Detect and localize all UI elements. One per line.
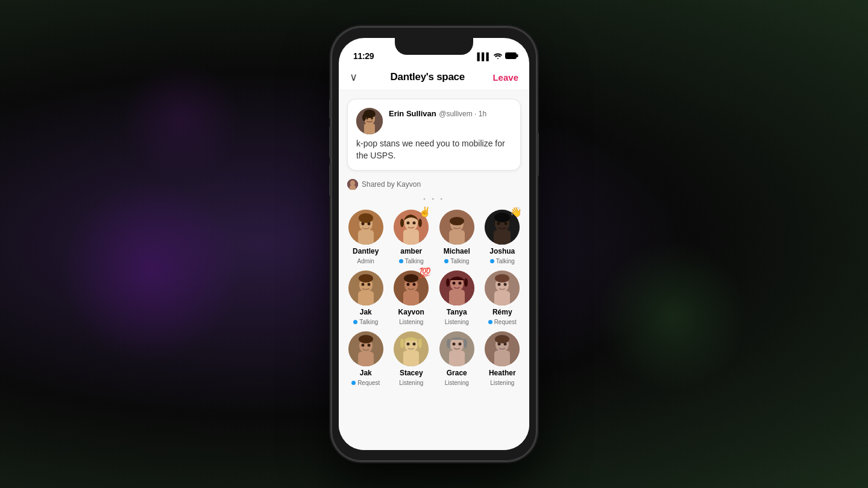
participant-status-label: Request	[494, 319, 517, 325]
tweet-card[interactable]: Erin Sullivan @sullivem · 1h k-pop stans…	[347, 99, 521, 170]
svg-point-19	[359, 213, 373, 223]
svg-point-50	[404, 274, 418, 283]
participant-name: Kayvon	[398, 308, 424, 316]
participant-avatar	[485, 331, 520, 366]
svg-point-62	[504, 283, 507, 286]
participant-item[interactable]: JakTalking	[345, 271, 387, 325]
svg-point-57	[464, 278, 468, 287]
participant-avatar-wrap	[348, 210, 383, 245]
svg-point-73	[407, 343, 410, 346]
shared-by-label: Shared by Kayvon	[362, 180, 421, 189]
participant-avatar	[439, 271, 474, 305]
participant-name: Stacey	[400, 369, 423, 377]
tweet-author-handle: @sullivem · 1h	[439, 110, 486, 118]
svg-point-67	[361, 344, 364, 347]
participant-item[interactable]: 👋JoshuaTalking	[482, 210, 524, 264]
svg-point-69	[359, 335, 373, 343]
participant-item[interactable]: 💯KayvonListening	[391, 271, 433, 325]
participant-item[interactable]: RémyRequest	[482, 271, 524, 325]
participant-avatar-wrap: ✌️	[394, 210, 429, 245]
participant-status-label: Listening	[445, 380, 469, 386]
status-dot	[351, 381, 356, 385]
participant-status-label: Talking	[359, 319, 378, 325]
participant-name: amber	[400, 247, 422, 255]
svg-point-48	[407, 283, 410, 286]
svg-rect-72	[403, 351, 419, 366]
svg-point-74	[413, 343, 416, 346]
participant-item[interactable]: TanyaListening	[436, 271, 478, 325]
participant-status: Listening	[445, 380, 469, 386]
participant-item[interactable]: HeatherListening	[482, 331, 524, 386]
svg-rect-86	[494, 351, 510, 366]
svg-point-75	[400, 339, 404, 348]
participant-status: Admin	[357, 258, 374, 264]
svg-rect-22	[403, 230, 419, 245]
participant-status-label: Listening	[399, 319, 423, 325]
participant-avatar-wrap	[394, 331, 429, 366]
svg-point-49	[413, 283, 416, 286]
svg-point-43	[367, 283, 370, 286]
svg-point-23	[407, 222, 410, 225]
svg-point-76	[418, 339, 422, 348]
tweet-header: Erin Sullivan @sullivem · 1h	[356, 108, 512, 134]
tweet-meta: Erin Sullivan @sullivem · 1h	[389, 108, 512, 119]
tweet-content: k-pop stans we need you to mobilize for …	[356, 138, 512, 161]
participant-status: Listening	[490, 380, 514, 386]
battery-icon	[505, 52, 518, 60]
participant-status-label: Request	[357, 380, 380, 386]
space-title: Dantley's space	[362, 71, 492, 83]
phone-notch	[395, 38, 473, 55]
back-button[interactable]: ∨	[350, 70, 357, 84]
svg-point-44	[359, 274, 373, 283]
participant-name: Jak	[360, 369, 372, 377]
participant-avatar-wrap: 💯	[394, 271, 429, 305]
participant-status: Talking	[490, 258, 515, 264]
svg-point-24	[413, 222, 416, 225]
participant-emoji: ✌️	[419, 207, 431, 217]
svg-point-36	[497, 222, 500, 225]
svg-point-89	[495, 335, 509, 343]
svg-point-9	[362, 114, 366, 121]
svg-rect-53	[449, 290, 465, 305]
participant-status-label: Talking	[450, 258, 469, 264]
participant-avatar-wrap	[485, 331, 520, 366]
participant-name: Jak	[360, 308, 372, 316]
svg-point-82	[447, 339, 450, 348]
participant-emoji: 👋	[510, 207, 522, 217]
participant-name: Tanya	[447, 308, 467, 316]
participant-item[interactable]: ✌️amberTalking	[391, 210, 433, 264]
participant-item[interactable]: GraceListening	[436, 331, 478, 386]
participant-avatar	[348, 271, 383, 305]
status-dot	[444, 259, 448, 263]
svg-point-37	[505, 222, 508, 225]
participants-grid: DantleyAdmin✌️amberTalkingMichaelTalking…	[345, 210, 523, 392]
participant-status-label: Listening	[445, 319, 469, 325]
svg-point-61	[498, 283, 501, 286]
participant-name: Rémy	[492, 308, 512, 316]
participant-avatar-wrap	[485, 271, 520, 305]
svg-rect-47	[403, 291, 419, 305]
status-dot	[490, 259, 494, 263]
svg-rect-32	[450, 217, 464, 225]
shared-by-row: Shared by Kayvon	[339, 175, 529, 193]
participant-avatar-wrap	[439, 331, 474, 366]
svg-point-54	[452, 282, 455, 285]
participant-item[interactable]: DantleyAdmin	[345, 210, 387, 264]
participant-avatar	[439, 210, 474, 245]
svg-point-38	[494, 213, 510, 222]
top-bar: ∨ Dantley's space Leave	[339, 64, 529, 90]
participant-item[interactable]: StaceyListening	[391, 331, 433, 386]
participant-status: Talking	[444, 258, 469, 264]
svg-rect-79	[449, 351, 465, 366]
status-time: 11:29	[353, 51, 374, 61]
svg-point-81	[458, 343, 461, 346]
leave-button[interactable]: Leave	[492, 72, 518, 83]
participant-status-label: Listening	[490, 380, 514, 386]
participant-status: Listening	[445, 319, 469, 325]
participant-item[interactable]: MichaelTalking	[436, 210, 478, 264]
tweet-author-avatar	[356, 108, 383, 134]
svg-point-80	[452, 343, 455, 346]
participant-item[interactable]: JakRequest	[345, 331, 387, 386]
svg-point-55	[458, 282, 461, 285]
participant-status: Request	[488, 319, 517, 325]
